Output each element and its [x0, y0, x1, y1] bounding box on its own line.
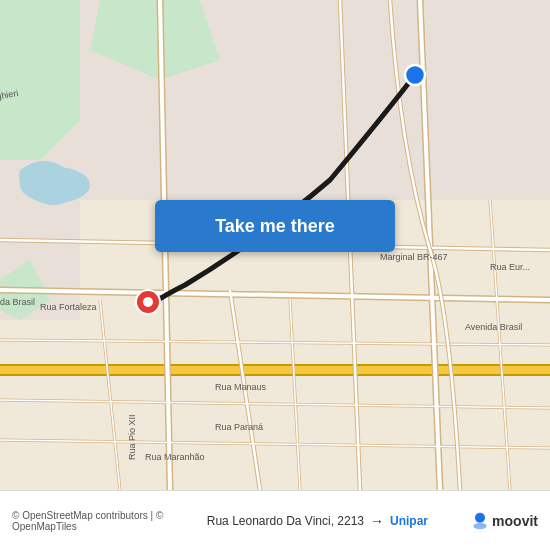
- svg-text:Avenida Brasil: Avenida Brasil: [465, 322, 522, 332]
- svg-text:da Brasil: da Brasil: [0, 297, 35, 307]
- svg-text:Rua Manaus: Rua Manaus: [215, 382, 267, 392]
- svg-text:Rua Pio XII: Rua Pio XII: [127, 414, 137, 460]
- moovit-icon: [470, 511, 490, 531]
- copyright-text: © OpenStreetMap contributors | © OpenMap…: [12, 510, 165, 532]
- svg-text:Rua Maranhão: Rua Maranhão: [145, 452, 205, 462]
- svg-point-25: [475, 512, 485, 522]
- bottom-bar: © OpenStreetMap contributors | © OpenMap…: [0, 490, 550, 550]
- svg-text:Rua Eur...: Rua Eur...: [490, 262, 530, 272]
- svg-point-26: [473, 522, 486, 529]
- moovit-logo: moovit: [470, 511, 538, 531]
- take-me-there-button[interactable]: Take me there: [155, 200, 395, 252]
- svg-text:Rua Paraná: Rua Paraná: [215, 422, 263, 432]
- to-label: Unipar: [390, 514, 428, 528]
- from-label: Rua Leonardo Da Vinci, 2213: [207, 514, 364, 528]
- svg-text:Rua Fortaleza: Rua Fortaleza: [40, 302, 97, 312]
- svg-rect-10: [0, 364, 550, 366]
- svg-rect-9: [0, 366, 550, 374]
- svg-point-23: [143, 297, 153, 307]
- svg-point-24: [405, 65, 425, 85]
- map-container: Rua Pio XII Rua Manaus Rua Paraná Rua Fo…: [0, 0, 550, 490]
- route-info: Rua Leonardo Da Vinci, 2213 → Unipar: [165, 513, 470, 529]
- svg-rect-11: [0, 374, 550, 376]
- arrow-icon: →: [370, 513, 384, 529]
- moovit-brand-text: moovit: [492, 513, 538, 529]
- svg-text:Marginal BR-467: Marginal BR-467: [380, 252, 448, 262]
